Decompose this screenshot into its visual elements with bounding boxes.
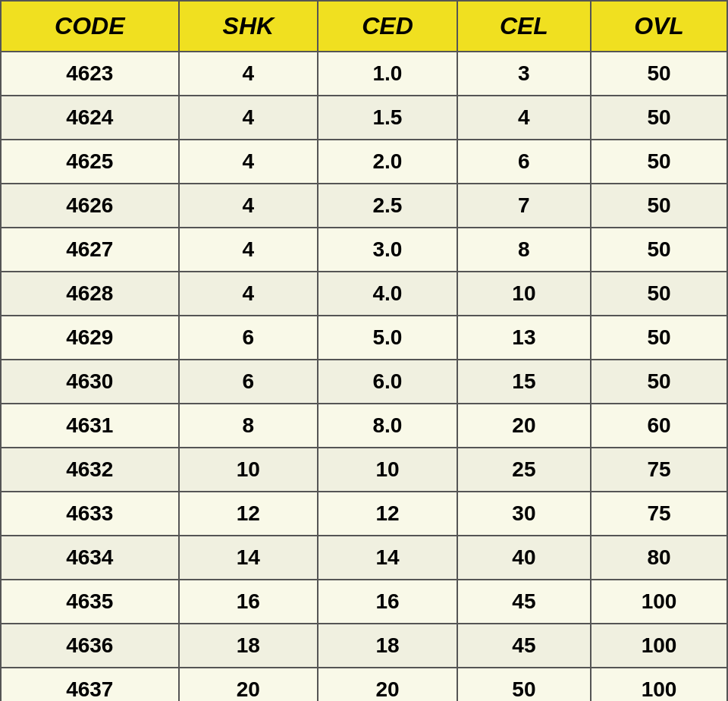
cell-ced: 6.0	[318, 360, 457, 404]
cell-cel: 45	[457, 624, 591, 668]
cell-shk: 4	[179, 272, 318, 316]
cell-code: 4628	[1, 272, 179, 316]
table-row: 463210102575	[1, 448, 727, 492]
cell-ovl: 50	[591, 360, 727, 404]
cell-cel: 45	[457, 580, 591, 624]
table-row: 463312123075	[1, 492, 727, 536]
cell-code: 4624	[1, 96, 179, 140]
cell-cel: 10	[457, 272, 591, 316]
table-row: 463414144080	[1, 536, 727, 580]
header-row: CODE SHK CED CEL OVL	[1, 1, 727, 52]
cell-ovl: 50	[591, 140, 727, 184]
header-code: CODE	[1, 1, 179, 52]
cell-shk: 6	[179, 360, 318, 404]
cell-cel: 13	[457, 316, 591, 360]
cell-ced: 12	[318, 492, 457, 536]
table-row: 462844.01050	[1, 272, 727, 316]
table-row: 462965.01350	[1, 316, 727, 360]
cell-ced: 20	[318, 668, 457, 701]
cell-shk: 8	[179, 404, 318, 448]
table-row: 462743.0850	[1, 228, 727, 272]
cell-shk: 10	[179, 448, 318, 492]
cell-code: 4635	[1, 580, 179, 624]
cell-cel: 7	[457, 184, 591, 228]
table-row: 462542.0650	[1, 140, 727, 184]
cell-shk: 20	[179, 668, 318, 701]
cell-cel: 4	[457, 96, 591, 140]
cell-shk: 4	[179, 228, 318, 272]
cell-ovl: 75	[591, 448, 727, 492]
cell-ovl: 50	[591, 272, 727, 316]
table-row: 463066.01550	[1, 360, 727, 404]
cell-ovl: 60	[591, 404, 727, 448]
cell-code: 4626	[1, 184, 179, 228]
cell-shk: 14	[179, 536, 318, 580]
cell-ovl: 75	[591, 492, 727, 536]
cell-cel: 15	[457, 360, 591, 404]
cell-ced: 4.0	[318, 272, 457, 316]
cell-shk: 4	[179, 52, 318, 96]
cell-ovl: 50	[591, 316, 727, 360]
cell-cel: 8	[457, 228, 591, 272]
cell-ovl: 100	[591, 624, 727, 668]
cell-shk: 4	[179, 140, 318, 184]
cell-cel: 50	[457, 668, 591, 701]
cell-code: 4630	[1, 360, 179, 404]
cell-ced: 1.0	[318, 52, 457, 96]
cell-code: 4636	[1, 624, 179, 668]
cell-shk: 4	[179, 184, 318, 228]
cell-ovl: 80	[591, 536, 727, 580]
cell-shk: 18	[179, 624, 318, 668]
table-row: 4636181845100	[1, 624, 727, 668]
cell-ced: 3.0	[318, 228, 457, 272]
cell-code: 4634	[1, 536, 179, 580]
cell-cel: 3	[457, 52, 591, 96]
table-row: 463188.02060	[1, 404, 727, 448]
header-ovl: OVL	[591, 1, 727, 52]
cell-ced: 16	[318, 580, 457, 624]
cell-cel: 40	[457, 536, 591, 580]
cell-code: 4629	[1, 316, 179, 360]
cell-ced: 2.0	[318, 140, 457, 184]
cell-shk: 16	[179, 580, 318, 624]
cell-ovl: 50	[591, 184, 727, 228]
table-row: 462441.5450	[1, 96, 727, 140]
cell-code: 4631	[1, 404, 179, 448]
cell-ced: 14	[318, 536, 457, 580]
cell-ced: 1.5	[318, 96, 457, 140]
cell-code: 4623	[1, 52, 179, 96]
data-table: CODE SHK CED CEL OVL 462341.0350462441.5…	[0, 0, 728, 701]
table-body: 462341.0350462441.5450462542.0650462642.…	[1, 52, 727, 701]
cell-ced: 10	[318, 448, 457, 492]
cell-cel: 30	[457, 492, 591, 536]
cell-ced: 5.0	[318, 316, 457, 360]
cell-code: 4625	[1, 140, 179, 184]
cell-code: 4627	[1, 228, 179, 272]
cell-code: 4633	[1, 492, 179, 536]
table-row: 4635161645100	[1, 580, 727, 624]
cell-code: 4632	[1, 448, 179, 492]
cell-shk: 4	[179, 96, 318, 140]
header-ced: CED	[318, 1, 457, 52]
table-row: 462341.0350	[1, 52, 727, 96]
cell-ovl: 50	[591, 96, 727, 140]
table-row: 4637202050100	[1, 668, 727, 701]
cell-ced: 2.5	[318, 184, 457, 228]
cell-code: 4637	[1, 668, 179, 701]
cell-ced: 8.0	[318, 404, 457, 448]
cell-ovl: 50	[591, 52, 727, 96]
cell-cel: 25	[457, 448, 591, 492]
cell-cel: 20	[457, 404, 591, 448]
header-cel: CEL	[457, 1, 591, 52]
cell-ced: 18	[318, 624, 457, 668]
cell-shk: 6	[179, 316, 318, 360]
cell-cel: 6	[457, 140, 591, 184]
cell-ovl: 50	[591, 228, 727, 272]
cell-shk: 12	[179, 492, 318, 536]
header-shk: SHK	[179, 1, 318, 52]
cell-ovl: 100	[591, 580, 727, 624]
cell-ovl: 100	[591, 668, 727, 701]
table-row: 462642.5750	[1, 184, 727, 228]
